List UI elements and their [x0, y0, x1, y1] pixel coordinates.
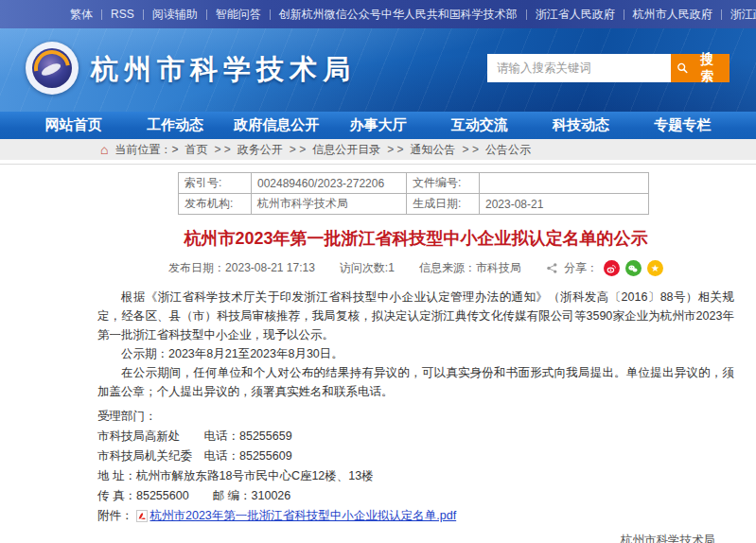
contact-line-address: 地 址：杭州市解放东路18号市民中心C座12楼、13楼: [97, 466, 734, 486]
topbar-link-wechat-account[interactable]: 创新杭州微信公众号: [279, 7, 381, 23]
generation-date-label: 生成日期:: [407, 194, 480, 215]
divider: [143, 9, 144, 20]
article-paragraph: 在公示期间，任何单位和个人对公布的结果持有异议的，可以真实身份和书面形式向我局提…: [97, 363, 734, 401]
index-number-value: 002489460/2023-272206: [252, 173, 407, 194]
contact-block: 受理部门： 市科技局高新处 电话：85255659 市科技局机关纪委 电话：85…: [97, 407, 734, 526]
nav-item-interaction[interactable]: 互动交流: [429, 112, 530, 139]
home-icon: [100, 143, 108, 156]
divider: [206, 9, 207, 20]
nav-item-home[interactable]: 网站首页: [23, 112, 124, 139]
signature-org: 杭州市科学技术局: [97, 530, 715, 543]
topbar-link-zhejiang-gov[interactable]: 浙江省人民政府: [536, 7, 615, 23]
nav-item-special-topics[interactable]: 专题专栏: [632, 112, 733, 139]
wechat-share-icon[interactable]: [625, 260, 642, 276]
content-panel: 索引号: 002489460/2023-272206 文件编号: 发布机构: 杭…: [0, 164, 756, 543]
contact-line-discipline-committee: 市科技局机关纪委 电话：85255609: [97, 447, 734, 466]
issuing-agency-label: 发布机构:: [179, 194, 252, 215]
accepting-department-label: 受理部门：: [97, 407, 734, 427]
breadcrumb-item-notices[interactable]: 通知公告: [411, 142, 456, 158]
search-icon: [677, 61, 689, 75]
topbar-link-traditional[interactable]: 繁体: [70, 7, 93, 23]
site-logo[interactable]: [26, 42, 79, 95]
breadcrumb-item-info-catalog[interactable]: 信息公开目录: [312, 142, 380, 158]
attachment-line: 附件： 杭州市2023年第一批浙江省科技型中小企业拟认定名单.pdf: [97, 506, 734, 526]
divider: [526, 9, 527, 20]
attachment-label: 附件：: [97, 506, 133, 526]
divider: [721, 9, 722, 20]
table-row: 索引号: 002489460/2023-272206 文件编号:: [179, 173, 649, 194]
breadcrumb-item-home[interactable]: 首页: [185, 142, 207, 158]
breadcrumb-prefix: 当前位置：>: [114, 142, 178, 158]
index-number-label: 索引号:: [179, 173, 252, 194]
file-number-label: 文件编号:: [407, 173, 480, 194]
nav-item-work-news[interactable]: 工作动态: [124, 112, 225, 139]
signature-block: 杭州市科学技术局 2023年8月21日: [97, 530, 734, 543]
topbar-link-rss[interactable]: RSS: [111, 8, 134, 21]
site-title: 杭州市科学技术局: [91, 51, 356, 89]
topbar-right-links: 中华人民共和国科学技术部 浙江省人民政府 杭州市人民政府 浙江政务服务网 用户中…: [381, 7, 756, 23]
article-meta: 发布日期：2023-08-21 17:13 访问次数:1 信息来源：市科技局 分…: [97, 260, 734, 276]
attachment-link[interactable]: 杭州市2023年第一批浙江省科技型中小企业拟认定名单.pdf: [150, 506, 457, 526]
nav-item-service-hall[interactable]: 办事大厅: [327, 112, 429, 139]
breadcrumb-separator: > >: [214, 143, 230, 156]
breadcrumb-separator: > >: [387, 143, 403, 156]
article-title: 杭州市2023年第一批浙江省科技型中小企业拟认定名单的公示: [97, 227, 734, 250]
breadcrumb-item-announcements[interactable]: 公告公示: [485, 142, 531, 158]
divider: [270, 9, 271, 20]
site-header: 杭州市科学技术局 搜 索: [0, 28, 756, 112]
breadcrumb-separator: > >: [463, 143, 479, 156]
divider: [624, 9, 624, 20]
visit-count: 访问次数:1: [340, 260, 395, 276]
issuing-agency-value: 杭州市科学技术局: [252, 194, 407, 215]
share-label: 分享：: [564, 260, 598, 276]
topbar-link-smart-qa[interactable]: 智能问答: [216, 7, 261, 23]
search-button[interactable]: 搜 索: [671, 54, 730, 82]
topbar-link-zhejiang-service[interactable]: 浙江政务服务网 用户中心: [730, 7, 756, 23]
weibo-share-icon[interactable]: [604, 260, 620, 276]
topbar-link-hangzhou-gov[interactable]: 杭州市人民政府: [633, 7, 712, 23]
share-group: 分享：: [546, 260, 663, 276]
main-nav: 网站首页 工作动态 政府信息公开 办事大厅 互动交流 科技动态 专题专栏: [0, 112, 756, 139]
info-source: 信息来源：市科技局: [419, 260, 521, 276]
contact-line-hightech-office: 市科技局高新处 电话：85255659: [97, 427, 734, 447]
logo-emblem-icon: [32, 48, 72, 88]
divider: [101, 9, 102, 20]
share-nodes-icon: [546, 262, 558, 274]
search-button-label: 搜 索: [693, 51, 724, 85]
breadcrumb-separator: > >: [290, 143, 306, 156]
nav-item-gov-info[interactable]: 政府信息公开: [226, 112, 327, 139]
pdf-icon: [136, 510, 148, 522]
publish-date: 发布日期：2023-08-21 17:13: [168, 260, 315, 276]
topbar-link-reading-aid[interactable]: 阅读辅助: [152, 7, 198, 23]
search-input[interactable]: [487, 54, 671, 82]
topbar: 繁体 RSS 阅读辅助 智能问答 创新杭州微信公众号 中华人民共和国科学技术部 …: [0, 0, 756, 28]
topbar-left-links: 繁体 RSS 阅读辅助 智能问答 创新杭州微信公众号: [70, 7, 381, 23]
contact-line-fax-zip: 传 真：85255600 邮 编：310026: [97, 486, 734, 506]
search-bar: 搜 索: [487, 54, 730, 82]
table-row: 发布机构: 杭州市科学技术局 生成日期: 2023-08-21: [179, 194, 649, 215]
topbar-link-most[interactable]: 中华人民共和国科学技术部: [381, 7, 518, 23]
qzone-star-share-icon[interactable]: [647, 260, 663, 276]
nav-item-tech-news[interactable]: 科技动态: [530, 112, 631, 139]
page: 繁体 RSS 阅读辅助 智能问答 创新杭州微信公众号 中华人民共和国科学技术部 …: [0, 0, 756, 543]
article-paragraph: 公示期：2023年8月21至2023年8月30日。: [97, 344, 734, 363]
file-number-value: [480, 173, 649, 194]
article-paragraph: 根据《浙江省科学技术厅关于印发浙江省科技型中小企业认定管理办法的通知》（浙科发高…: [97, 288, 734, 344]
doc-info-table: 索引号: 002489460/2023-272206 文件编号: 发布机构: 杭…: [178, 172, 649, 215]
breadcrumb-item-gov-affairs[interactable]: 政务公开: [237, 142, 283, 158]
breadcrumb: 当前位置：> 首页 > > 政务公开 > > 信息公开目录 > > 通知公告 >…: [0, 139, 756, 160]
generation-date-value: 2023-08-21: [480, 194, 649, 215]
